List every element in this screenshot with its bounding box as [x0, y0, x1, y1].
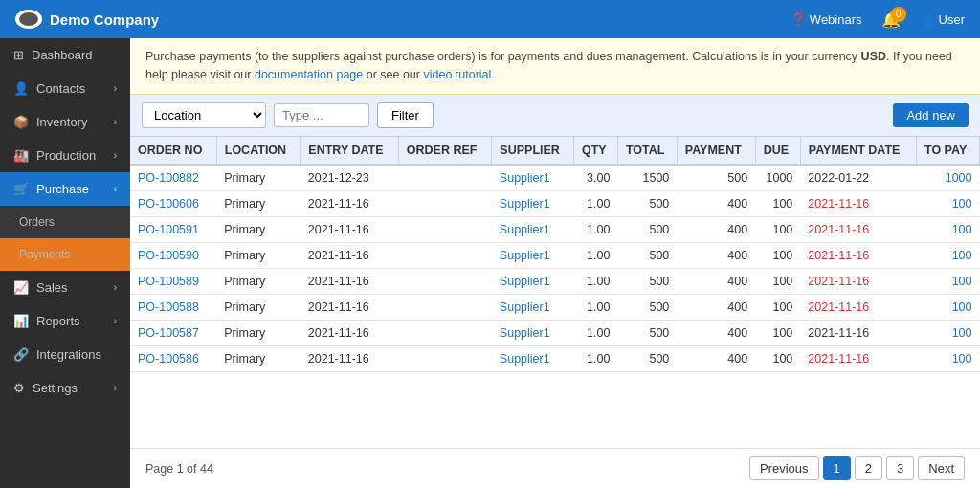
add-new-button[interactable]: Add new — [893, 103, 969, 127]
payments-table: ORDER NO LOCATION ENTRY DATE ORDER REF S… — [130, 137, 980, 372]
cell-to-pay[interactable]: 100 — [917, 268, 980, 294]
cell-supplier[interactable]: Supplier1 — [492, 165, 574, 191]
next-button[interactable]: Next — [918, 456, 965, 480]
cell-total: 500 — [617, 216, 677, 242]
type-input[interactable] — [274, 103, 369, 127]
cell-order-ref — [398, 345, 492, 371]
cell-payment: 400 — [677, 294, 755, 320]
col-supplier: SUPPLIER — [492, 137, 574, 165]
cell-entry-date: 2021-11-16 — [301, 242, 399, 268]
cell-order-no[interactable]: PO-100588 — [130, 294, 216, 320]
cell-to-pay[interactable]: 100 — [917, 216, 980, 242]
cell-supplier[interactable]: Supplier1 — [492, 294, 574, 320]
cell-to-pay[interactable]: 100 — [917, 345, 980, 371]
cell-to-pay[interactable]: 100 — [917, 294, 980, 320]
cell-due: 100 — [755, 345, 800, 371]
cell-supplier[interactable]: Supplier1 — [492, 242, 574, 268]
table-row: PO-100587 Primary 2021-11-16 Supplier1 1… — [130, 320, 980, 345]
cell-location: Primary — [216, 216, 301, 242]
cell-order-no[interactable]: PO-100591 — [130, 216, 216, 242]
or-text: or see our — [363, 68, 423, 81]
sidebar-item-sales[interactable]: 📈 Sales › — [0, 271, 130, 304]
cell-location: Primary — [216, 320, 301, 345]
cell-supplier[interactable]: Supplier1 — [492, 345, 574, 371]
sidebar-item-reports[interactable]: 📊 Reports › — [0, 304, 130, 338]
sidebar-item-dashboard[interactable]: ⊞ Dashboard — [0, 38, 130, 72]
sidebar-item-label: Reports — [36, 314, 80, 328]
cell-payment-date: 2021-11-16 — [800, 294, 916, 320]
col-payment: PAYMENT — [677, 137, 755, 165]
page-2-button[interactable]: 2 — [855, 456, 882, 480]
cell-total: 500 — [617, 190, 677, 216]
sidebar-item-contacts[interactable]: 👤 Contacts › — [0, 72, 130, 105]
cell-qty: 1.00 — [573, 320, 617, 345]
cell-total: 500 — [617, 345, 677, 371]
company-logo[interactable]: Demo Company — [15, 10, 159, 29]
cell-location: Primary — [216, 165, 301, 191]
cell-to-pay[interactable]: 1000 — [917, 165, 980, 191]
cell-to-pay[interactable]: 100 — [917, 320, 980, 345]
sales-icon: 📈 — [13, 280, 29, 295]
sidebar-item-settings[interactable]: ⚙ Settings › — [0, 371, 130, 405]
cell-order-ref — [398, 242, 492, 268]
cell-location: Primary — [216, 242, 301, 268]
info-bar: Purchase payments (to the suppliers agai… — [130, 38, 980, 95]
cell-qty: 3.00 — [573, 165, 617, 191]
sidebar-item-integrations[interactable]: 🔗 Integrations — [0, 338, 130, 371]
page-3-button[interactable]: 3 — [886, 456, 914, 480]
cell-supplier[interactable]: Supplier1 — [492, 190, 574, 216]
cell-order-no[interactable]: PO-100606 — [130, 190, 216, 216]
doc-link[interactable]: documentation page — [255, 68, 363, 81]
contacts-icon: 👤 — [13, 81, 29, 96]
period-text: . — [491, 68, 494, 81]
cell-entry-date: 2021-11-16 — [301, 294, 399, 320]
sidebar-item-label: Orders — [19, 215, 55, 229]
video-link[interactable]: video tutorial — [423, 68, 491, 81]
sidebar-item-production[interactable]: 🏭 Production › — [0, 139, 130, 172]
cell-order-no[interactable]: PO-100882 — [130, 165, 216, 191]
cell-supplier[interactable]: Supplier1 — [492, 320, 574, 345]
cell-supplier[interactable]: Supplier1 — [492, 268, 574, 294]
cell-to-pay[interactable]: 100 — [917, 242, 980, 268]
table-body: PO-100882 Primary 2021-12-23 Supplier1 3… — [130, 165, 980, 372]
cell-payment: 400 — [677, 345, 755, 371]
cell-due: 100 — [755, 216, 800, 242]
cell-payment: 400 — [677, 190, 755, 216]
cell-order-no[interactable]: PO-100587 — [130, 320, 216, 345]
cell-order-no[interactable]: PO-100589 — [130, 268, 216, 294]
page-1-button[interactable]: 1 — [823, 456, 851, 480]
cell-order-no[interactable]: PO-100590 — [130, 242, 216, 268]
cell-payment-date: 2021-11-16 — [800, 242, 916, 268]
sidebar-item-payments[interactable]: Payments — [0, 238, 130, 271]
location-select[interactable]: Location Primary Secondary — [142, 102, 266, 128]
table-row: PO-100589 Primary 2021-11-16 Supplier1 1… — [130, 268, 980, 294]
notification-bell[interactable]: 🔔 0 — [881, 11, 901, 29]
sidebar-item-label: Contacts — [36, 81, 85, 96]
webinars-link[interactable]: ❓ Webinars — [791, 12, 862, 27]
cell-due: 100 — [755, 242, 800, 268]
previous-button[interactable]: Previous — [749, 456, 819, 480]
cell-location: Primary — [216, 190, 301, 216]
sidebar-item-orders[interactable]: Orders — [0, 206, 130, 238]
user-label: User — [939, 12, 965, 27]
filter-button[interactable]: Filter — [377, 102, 434, 128]
topbar: Demo Company ❓ Webinars 🔔 0 👤 User — [0, 0, 980, 38]
cell-due: 100 — [755, 268, 800, 294]
user-menu[interactable]: 👤 User — [920, 12, 965, 27]
cell-to-pay[interactable]: 100 — [917, 190, 980, 216]
payments-table-container: ORDER NO LOCATION ENTRY DATE ORDER REF S… — [130, 137, 980, 449]
col-order-no: ORDER NO — [130, 137, 216, 165]
cell-entry-date: 2021-12-23 — [301, 165, 399, 191]
cell-due: 1000 — [755, 165, 800, 191]
company-name: Demo Company — [50, 11, 159, 28]
cell-supplier[interactable]: Supplier1 — [492, 216, 574, 242]
sidebar-item-purchase[interactable]: 🛒 Purchase ‹ — [0, 172, 130, 206]
user-icon: 👤 — [920, 12, 935, 27]
page-controls: Previous 1 2 3 Next — [749, 456, 965, 480]
cell-order-no[interactable]: PO-100586 — [130, 345, 216, 371]
reports-icon: 📊 — [13, 314, 29, 328]
chevron-right-icon: › — [114, 383, 117, 393]
chevron-right-icon: › — [114, 316, 117, 326]
sidebar-item-label: Payments — [19, 248, 70, 261]
sidebar-item-inventory[interactable]: 📦 Inventory › — [0, 105, 130, 139]
